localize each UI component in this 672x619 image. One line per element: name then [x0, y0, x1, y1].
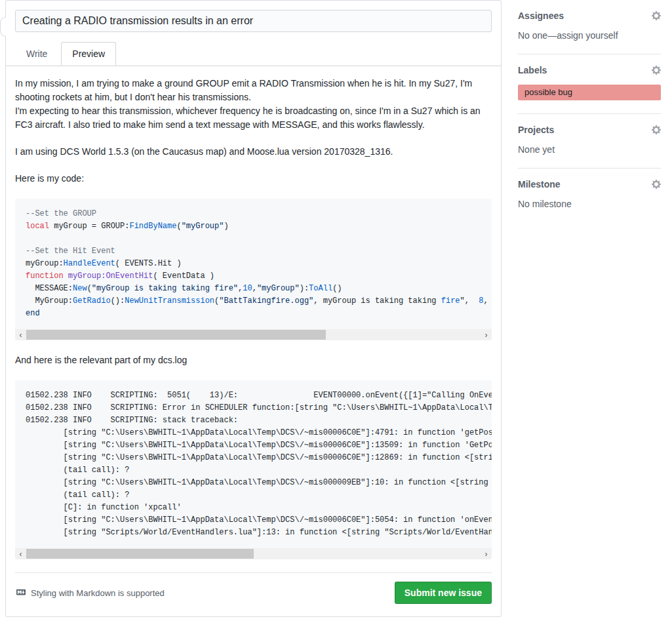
log-line: [string "C:\Users\BWHITL~1\AppData\Local…: [26, 477, 481, 489]
comment-caret: [0, 17, 6, 37]
code-line: --Set the GROUP: [26, 208, 481, 220]
code-scroll-thumb[interactable]: [26, 330, 326, 340]
log-line: [string "Scripts/World/EventHandlers.lua…: [26, 527, 481, 539]
log-line: [string "C:\Users\BWHITL~1\AppData\Local…: [26, 514, 481, 527]
scroll-right-arrow-icon[interactable]: ›: [481, 548, 492, 559]
code-line: end: [26, 308, 481, 320]
lua-code-block: --Set the GROUPlocal myGroup = GROUP:Fin…: [15, 199, 492, 340]
code-line: MESSAGE:New("myGroup is taking taking fi…: [26, 283, 481, 295]
log-line: 01502.238 INFO SCRIPTING: stack tracebac…: [26, 414, 481, 427]
log-line: 01502.238 INFO SCRIPTING: Error in SCHED…: [26, 402, 481, 414]
preview-paragraph-2: I am using DCS World 1.5.3 (on the Cauca…: [15, 145, 492, 159]
scroll-left-arrow-icon[interactable]: ‹: [15, 548, 26, 559]
markdown-note: Styling with Markdown is supported: [15, 588, 165, 599]
issue-title-input[interactable]: [15, 10, 492, 32]
gear-icon[interactable]: [652, 10, 661, 21]
log-intro-paragraph: And here is the relevant part of my dcs.…: [15, 353, 492, 367]
assignees-value[interactable]: No one—assign yourself: [518, 30, 661, 41]
label-chip-possible-bug[interactable]: possible bug: [518, 85, 661, 100]
markdown-note-text: Styling with Markdown is supported: [31, 588, 165, 598]
sidebar-section-assignees: Assignees No one—assign yourself: [518, 0, 661, 54]
preview-paragraph-1: In my mission, I am trying to make a gro…: [15, 77, 492, 132]
dcs-log: 01502.238 INFO SCRIPTING: 5051( 13)/E: E…: [15, 380, 492, 548]
code-line: MyGroup:GetRadio():NewUnitTransmission("…: [26, 295, 481, 308]
code-scroll-track[interactable]: [26, 329, 481, 340]
sidebar-section-labels: Labels possible bug: [518, 54, 661, 114]
tab-write[interactable]: Write: [15, 42, 58, 66]
assignees-heading: Assignees: [518, 10, 564, 21]
code-line: myGroup:HandleEvent( EVENTS.Hit ): [26, 258, 481, 270]
milestone-heading: Milestone: [518, 179, 561, 190]
write-preview-tabs: Write Preview: [6, 41, 501, 66]
scroll-left-arrow-icon[interactable]: ‹: [15, 329, 26, 340]
log-line: [C]: in function 'xpcall': [26, 502, 481, 514]
tab-preview[interactable]: Preview: [61, 42, 116, 66]
gear-icon[interactable]: [652, 179, 661, 190]
log-horizontal-scrollbar[interactable]: ‹ ›: [15, 548, 492, 559]
code-line: --Set the Hit Event: [26, 245, 481, 258]
log-line: (tail call): ?: [26, 464, 481, 477]
log-scroll-track[interactable]: [26, 548, 481, 559]
projects-heading: Projects: [518, 125, 554, 135]
code-line: [26, 233, 481, 245]
preview-pane: In my mission, I am trying to make a gro…: [15, 66, 492, 559]
labels-heading: Labels: [518, 65, 547, 75]
log-line: (tail call): ?: [26, 489, 481, 502]
log-line: [string "C:\Users\BWHITL~1\AppData\Local…: [26, 439, 481, 452]
sidebar-section-milestone: Milestone No milestone: [518, 169, 661, 222]
markdown-icon: [15, 588, 27, 599]
gear-icon[interactable]: [652, 65, 661, 75]
log-scroll-thumb[interactable]: [26, 549, 254, 559]
projects-value: None yet: [518, 144, 661, 155]
new-issue-card: Write Preview In my mission, I am trying…: [5, 0, 502, 617]
submit-new-issue-button[interactable]: Submit new issue: [395, 582, 492, 604]
gear-icon[interactable]: [652, 125, 661, 135]
scroll-right-arrow-icon[interactable]: ›: [481, 329, 492, 340]
dcs-log-block: 01502.238 INFO SCRIPTING: 5051( 13)/E: E…: [15, 380, 492, 559]
lua-code: --Set the GROUPlocal myGroup = GROUP:Fin…: [15, 199, 492, 329]
preview-paragraph-3: Here is my code:: [15, 172, 492, 186]
sidebar-section-projects: Projects None yet: [518, 114, 661, 169]
code-line: local myGroup = GROUP:FindByName("myGrou…: [26, 220, 481, 233]
milestone-value: No milestone: [518, 199, 661, 209]
log-line: [string "C:\Users\BWHITL~1\AppData\Local…: [26, 452, 481, 464]
issue-sidebar: Assignees No one—assign yourself Labels …: [518, 0, 661, 222]
code-line: function myGroup:OnEventHit( EventData ): [26, 270, 481, 283]
code-horizontal-scrollbar[interactable]: ‹ ›: [15, 329, 492, 340]
issue-footer: Styling with Markdown is supported Submi…: [15, 572, 492, 604]
log-line: [string "C:\Users\BWHITL~1\AppData\Local…: [26, 427, 481, 439]
log-line: 01502.238 INFO SCRIPTING: 5051( 13)/E: E…: [26, 389, 481, 402]
